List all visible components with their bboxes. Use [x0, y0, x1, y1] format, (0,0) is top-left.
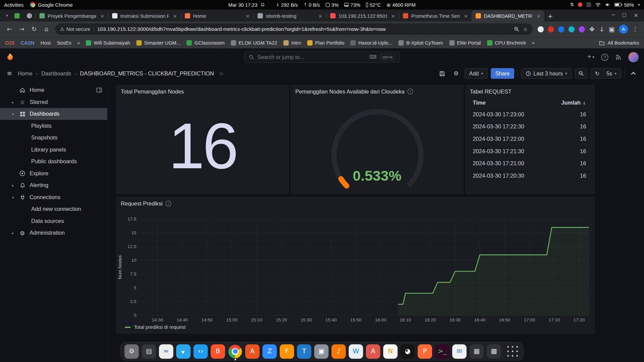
extension-icon[interactable]	[548, 26, 554, 32]
sidebar-item-administration[interactable]: ▸ ⚙ Administration	[0, 227, 107, 239]
vscode-icon[interactable]: ‹›	[194, 344, 208, 359]
browser-tab[interactable]: Proyek Pengembangan ×	[35, 10, 108, 21]
profile-avatar[interactable]: A	[619, 24, 628, 34]
side-panel-icon[interactable]: ▣	[609, 25, 615, 33]
zoom-icon[interactable]: Z	[262, 344, 277, 359]
system-tray[interactable]: ⇅ 58% ▾	[570, 2, 640, 8]
browser-tab[interactable]: DASHBOARD_METRICS ×	[472, 10, 544, 21]
pinned-tab-2[interactable]	[23, 10, 36, 21]
chart-legend[interactable]: Total prediksi di request	[117, 324, 594, 330]
notes-icon[interactable]: N	[383, 344, 397, 359]
panel-request-prediksi[interactable]: Request Prediksi i 02.557.51012.51517.51…	[116, 197, 595, 334]
chevron-right-icon[interactable]: ▸	[11, 231, 15, 235]
sidebar-item-dashboards[interactable]: ▾ Dashboards	[0, 108, 107, 120]
info-icon[interactable]: i	[408, 88, 413, 94]
thunderbird-icon[interactable]: T	[297, 344, 311, 359]
sidebar-item-public-dashboards[interactable]: Public dashboards	[0, 156, 107, 168]
bookmark-overflow-icon[interactable]: »	[532, 40, 535, 46]
collapse-toolbar-icon[interactable]	[628, 68, 639, 79]
bookmark[interactable]: Haxor.id-Uplo...	[351, 40, 392, 46]
adobe-reader-icon[interactable]: A	[366, 344, 380, 359]
column-header-time[interactable]: Time	[473, 100, 485, 106]
bookmark[interactable]: ELOK UGM TA22	[231, 40, 277, 46]
forward-button[interactable]: →	[16, 24, 27, 35]
grafana-logo[interactable]	[5, 52, 15, 62]
bookmark[interactable]: OJS	[5, 40, 15, 46]
sidebar-item-data-sources[interactable]: Data sources	[0, 215, 107, 227]
tab-close-icon[interactable]: ×	[172, 13, 178, 19]
panel-tabel-request[interactable]: Tabel REQUEST Time Jumlah↓ 2024-03-30 17…	[465, 85, 595, 193]
back-button[interactable]: ←	[4, 24, 15, 35]
ubuntu-software-icon[interactable]: A	[245, 344, 260, 359]
new-tab-button[interactable]: +	[547, 12, 553, 20]
dashboard-settings-icon[interactable]: ⚙	[451, 68, 462, 79]
sidebar-item-playlists[interactable]: Playlists	[0, 120, 107, 132]
pinned-tab-1[interactable]	[11, 10, 23, 21]
bookmark[interactable]: CASN	[21, 40, 35, 46]
mega-menu-toggle-icon[interactable]: ≡	[5, 70, 13, 77]
sidebar-item-snapshots[interactable]: Snapshots	[0, 132, 107, 144]
user-avatar[interactable]	[628, 52, 639, 62]
timeseries-chart[interactable]: 02.557.51012.51517.514:3014:4014:5015:00…	[117, 210, 594, 324]
table-row[interactable]: 2024-03-30 17:22:00 16	[466, 133, 594, 145]
bookmark[interactable]: Plan Portfolio	[307, 40, 344, 46]
tab-close-icon[interactable]: ×	[463, 13, 469, 19]
breadcrumb-dashboards[interactable]: Dashboards	[41, 70, 71, 76]
dock-menu-icon[interactable]	[96, 87, 102, 93]
browser-tab[interactable]: 103.190.215.122:8501/ ×	[326, 10, 399, 21]
search-input[interactable]	[258, 54, 366, 60]
close-icon[interactable]: ×	[634, 12, 638, 18]
tab-close-icon[interactable]: ×	[535, 13, 542, 19]
panel-total-pemanggilan-nodes[interactable]: Total Pemanggilan Nodes 16	[116, 85, 289, 193]
chevron-down-icon[interactable]: ▾	[11, 112, 15, 116]
libreoffice-writer-icon[interactable]: W	[349, 344, 363, 359]
settings-icon[interactable]: ⚙	[124, 344, 139, 359]
file-manager-icon[interactable]: ▣	[314, 344, 329, 359]
downloads-icon[interactable]: ↓	[599, 25, 604, 33]
table-row[interactable]: 2024-03-30 17:21:30 16	[466, 145, 594, 157]
new-menu-button[interactable]: +▾	[587, 53, 594, 61]
sidebar-item-explore[interactable]: Explore	[0, 168, 107, 180]
table-row[interactable]: 2024-03-30 17:21:00 16	[466, 157, 594, 170]
sidebar-item-library-panels[interactable]: Library panels	[0, 144, 107, 156]
extensions-puzzle-icon[interactable]: ❖	[589, 25, 595, 33]
info-icon[interactable]: i	[166, 201, 171, 206]
files-icon[interactable]: ▤	[142, 344, 156, 359]
omnibox[interactable]: ⚠ Not secure 103.190.215.122:3000/d/bdh7…	[55, 23, 533, 35]
zoom-out-time-button[interactable]	[575, 68, 587, 79]
extension-icon[interactable]	[579, 26, 585, 32]
tab-search-icon[interactable]: ▾	[3, 13, 11, 17]
focused-app-menu[interactable]: Google Chrome	[30, 2, 73, 8]
app-icon-1[interactable]: ▦	[470, 344, 484, 359]
sidebar-item-home[interactable]: Home	[0, 84, 107, 96]
show-applications-icon[interactable]	[505, 344, 520, 358]
clock-menu[interactable]: Mar 30 17:23	[228, 2, 265, 8]
table-row[interactable]: 2024-03-30 17:20:30 16	[466, 170, 594, 182]
sidebar-item-starred[interactable]: ▸ ☆ Starred	[0, 96, 107, 108]
maximize-icon[interactable]: □	[622, 12, 627, 18]
help-icon[interactable]: ?	[601, 54, 608, 61]
browser-tab[interactable]: sitomb-testing ×	[254, 10, 326, 21]
minimize-icon[interactable]: ─	[612, 12, 615, 18]
postman-icon[interactable]: P	[418, 344, 432, 359]
sidebar-item-add-new-connection[interactable]: Add new connection	[0, 203, 107, 215]
table-row[interactable]: 2024-03-30 17:23:00 16	[466, 108, 594, 120]
brave-icon[interactable]: B	[211, 344, 225, 359]
extension-icon[interactable]	[558, 26, 564, 32]
extension-icon[interactable]	[569, 26, 575, 32]
firefox-icon[interactable]: F	[280, 344, 294, 359]
obs-studio-icon[interactable]: ◕	[400, 344, 415, 359]
bookmark[interactable]: GClassrooom	[186, 40, 224, 46]
bookmark[interactable]: SosEn	[57, 40, 71, 46]
breadcrumb-home[interactable]: Home	[18, 70, 33, 76]
save-dashboard-icon[interactable]	[437, 68, 447, 79]
browser-tab[interactable]: Instruksi Submission Pr... ×	[108, 10, 181, 21]
tab-close-icon[interactable]: ×	[317, 13, 324, 19]
bookmark-overflow-icon[interactable]: »	[77, 40, 80, 46]
bookmark[interactable]: CPU Bnchmrk	[487, 40, 526, 46]
time-range-picker[interactable]: Last 3 hours▾	[521, 68, 572, 79]
security-chip[interactable]: ⚠ Not secure	[60, 26, 90, 32]
bookmark[interactable]: Host	[41, 40, 51, 46]
chevron-down-icon[interactable]: ▾	[11, 195, 15, 199]
rhythmbox-icon[interactable]: ♪	[331, 344, 346, 359]
